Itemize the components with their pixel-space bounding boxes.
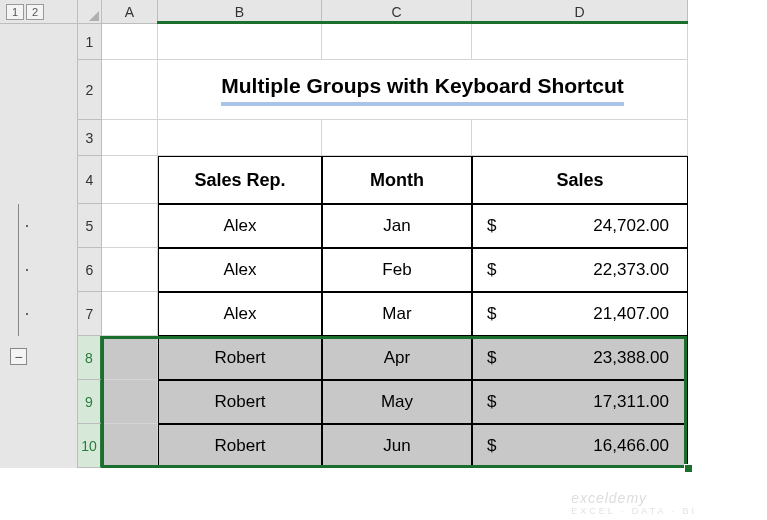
- cell-sales-5[interactable]: $ 24,702.00: [472, 204, 688, 248]
- cell-month-9[interactable]: May: [322, 380, 472, 424]
- outline-level-1[interactable]: 1: [6, 4, 24, 20]
- cell-month-10[interactable]: Jun: [322, 424, 472, 468]
- spreadsheet-grid: 1 2 A B C D 1 2 Multiple Groups with Key…: [0, 0, 688, 468]
- outline-gutter: [0, 248, 78, 292]
- header-month[interactable]: Month: [322, 156, 472, 204]
- header-sales[interactable]: Sales: [472, 156, 688, 204]
- row-header-9[interactable]: 9: [78, 380, 102, 424]
- cell-sales-9[interactable]: $ 17,311.00: [472, 380, 688, 424]
- title-text: Multiple Groups with Keyboard Shortcut: [221, 74, 624, 106]
- cell-a1[interactable]: [102, 24, 158, 60]
- outline-gutter: [0, 380, 78, 424]
- cell-a2[interactable]: [102, 60, 158, 120]
- header-sales-rep[interactable]: Sales Rep.: [158, 156, 322, 204]
- title-cell[interactable]: Multiple Groups with Keyboard Shortcut: [158, 60, 688, 120]
- cell-c1[interactable]: [322, 24, 472, 60]
- outline-level-selector[interactable]: 1 2: [0, 0, 78, 24]
- watermark-main: exceldemy: [571, 490, 647, 506]
- selection-handle[interactable]: [684, 464, 693, 473]
- cell-a5[interactable]: [102, 204, 158, 248]
- cell-month-8[interactable]: Apr: [322, 336, 472, 380]
- cell-a4[interactable]: [102, 156, 158, 204]
- watermark: exceldemy EXCEL · DATA · BI: [571, 490, 697, 516]
- sales-value: 23,388.00: [593, 348, 669, 368]
- collapse-group-icon[interactable]: −: [10, 348, 27, 365]
- outline-gutter: [0, 24, 78, 60]
- currency-symbol: $: [487, 392, 496, 412]
- currency-symbol: $: [487, 348, 496, 368]
- currency-symbol: $: [487, 260, 496, 280]
- outline-gutter: [0, 292, 78, 336]
- cell-b1[interactable]: [158, 24, 322, 60]
- cell-d1[interactable]: [472, 24, 688, 60]
- cell-a6[interactable]: [102, 248, 158, 292]
- row-header-3[interactable]: 3: [78, 120, 102, 156]
- row-header-8[interactable]: 8: [78, 336, 102, 380]
- row-header-4[interactable]: 4: [78, 156, 102, 204]
- sales-value: 24,702.00: [593, 216, 669, 236]
- row-header-5[interactable]: 5: [78, 204, 102, 248]
- cell-sales-7[interactable]: $ 21,407.00: [472, 292, 688, 336]
- cell-sales-10[interactable]: $ 16,466.00: [472, 424, 688, 468]
- select-all-cells[interactable]: [78, 0, 102, 24]
- cell-b3[interactable]: [158, 120, 322, 156]
- row-header-1[interactable]: 1: [78, 24, 102, 60]
- cell-month-6[interactable]: Feb: [322, 248, 472, 292]
- outline-gutter: [0, 120, 78, 156]
- cell-sales-8[interactable]: $ 23,388.00: [472, 336, 688, 380]
- column-header-a[interactable]: A: [102, 0, 158, 24]
- cell-a8[interactable]: [102, 336, 158, 380]
- cell-rep-6[interactable]: Alex: [158, 248, 322, 292]
- column-header-d[interactable]: D: [472, 0, 688, 24]
- row-header-6[interactable]: 6: [78, 248, 102, 292]
- sales-value: 21,407.00: [593, 304, 669, 324]
- cell-rep-7[interactable]: Alex: [158, 292, 322, 336]
- sales-value: 16,466.00: [593, 436, 669, 456]
- currency-symbol: $: [487, 436, 496, 456]
- cell-a7[interactable]: [102, 292, 158, 336]
- cell-a9[interactable]: [102, 380, 158, 424]
- sales-value: 17,311.00: [593, 392, 669, 412]
- column-header-c[interactable]: C: [322, 0, 472, 24]
- cell-a3[interactable]: [102, 120, 158, 156]
- outline-gutter: [0, 156, 78, 204]
- currency-symbol: $: [487, 216, 496, 236]
- sales-value: 22,373.00: [593, 260, 669, 280]
- row-header-7[interactable]: 7: [78, 292, 102, 336]
- cell-a10[interactable]: [102, 424, 158, 468]
- outline-gutter: [0, 204, 78, 248]
- row-header-10[interactable]: 10: [78, 424, 102, 468]
- watermark-sub: EXCEL · DATA · BI: [571, 506, 697, 516]
- outline-gutter: −: [0, 336, 78, 380]
- cell-rep-5[interactable]: Alex: [158, 204, 322, 248]
- outline-level-2[interactable]: 2: [26, 4, 44, 20]
- cell-rep-9[interactable]: Robert: [158, 380, 322, 424]
- currency-symbol: $: [487, 304, 496, 324]
- outline-gutter: [0, 424, 78, 468]
- cell-rep-8[interactable]: Robert: [158, 336, 322, 380]
- cell-sales-6[interactable]: $ 22,373.00: [472, 248, 688, 292]
- cell-month-7[interactable]: Mar: [322, 292, 472, 336]
- cell-d3[interactable]: [472, 120, 688, 156]
- outline-gutter: [0, 60, 78, 120]
- row-header-2[interactable]: 2: [78, 60, 102, 120]
- cell-rep-10[interactable]: Robert: [158, 424, 322, 468]
- column-header-b[interactable]: B: [158, 0, 322, 24]
- cell-c3[interactable]: [322, 120, 472, 156]
- cell-month-5[interactable]: Jan: [322, 204, 472, 248]
